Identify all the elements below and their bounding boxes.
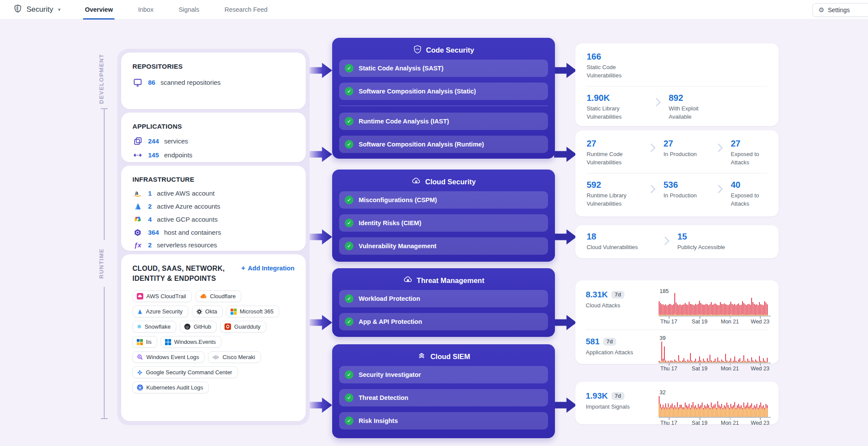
settings-button[interactable]: ⚙ Settings (812, 3, 868, 17)
inventory-panel: REPOSITORIES 86 scanned repositories APP… (117, 49, 310, 425)
stat-label: scanned repositories (161, 79, 221, 86)
capability-row[interactable]: ✓ Software Composition Analysis (Runtime… (339, 136, 548, 153)
flow-arrow-icon (554, 146, 577, 163)
capability-row[interactable]: ✓ Vulnerability Management (339, 237, 548, 255)
stat-block[interactable]: 166 Static Code Vulnerabilities (587, 51, 767, 80)
stat-block[interactable]: 1.90K Static Library Vulnerabilities (587, 93, 647, 121)
cloud-security-card: Cloud Security ✓ Misconfigurations (CSPM… (332, 170, 555, 262)
github-icon (184, 323, 191, 330)
capability-row[interactable]: ✓ Workload Protection (339, 290, 548, 307)
capability-row[interactable]: ✓ Static Code Analysis (SAST) (339, 60, 548, 77)
important-signals-card: 1.93K7d Important Signals 32 Thu 17Sat 1… (575, 382, 779, 424)
security-app-switcher[interactable]: Security ▾ (13, 4, 60, 15)
gcp-row[interactable]: 4 active GCP accounts (132, 215, 294, 224)
stat-block[interactable]: 8.31K7d Cloud Attacks (586, 287, 659, 310)
runtime-rail-label: RUNTIME (98, 242, 105, 285)
x-axis-label: Thu 17 (660, 420, 677, 426)
google-scc-icon (137, 369, 143, 376)
stat-block[interactable]: 27 Exposed to Attacks (731, 138, 766, 167)
capability-row[interactable]: ✓ Security Investigator (339, 366, 548, 383)
stat-value[interactable]: 244 (148, 137, 159, 145)
sparkline-bars (659, 342, 771, 363)
chip-github[interactable]: GitHub (180, 321, 217, 333)
check-circle-icon: ✓ (345, 196, 353, 204)
capability-row[interactable]: ✓ Runtime Code Analysis (IAST) (339, 113, 548, 130)
x-axis-label: Sat 19 (692, 420, 707, 426)
chip-windows-event-logs[interactable]: Windows Event Logs (132, 351, 205, 363)
stat-block[interactable]: 18 Cloud Vulnerabilities (587, 231, 656, 252)
stat-value[interactable]: 2 (148, 203, 152, 210)
stat-value[interactable]: 86 (148, 79, 155, 86)
azure-row[interactable]: 2 active Azure accounts (132, 202, 294, 210)
tab-research-feed[interactable]: Research Feed (224, 0, 267, 20)
chip-aws-cloudtrail[interactable]: AWS CloudTrail (132, 290, 192, 302)
stat-block[interactable]: 27 In Production (663, 138, 710, 159)
stat-block[interactable]: 15 Publicly Accessible (677, 231, 725, 252)
aws-cloudtrail-icon (137, 293, 143, 300)
flow-arrow-icon (310, 314, 332, 331)
card-title: REPOSITORIES (132, 62, 294, 71)
integrations-card: CLOUD, SAAS, NETWORK, IDENTITY & ENDPOIN… (121, 254, 306, 421)
stat-value[interactable]: 145 (148, 151, 159, 159)
stat-block[interactable]: 5817d Application Attacks (586, 334, 659, 357)
chip-cloudflare[interactable]: Cloudflare (195, 290, 241, 302)
tab-signals[interactable]: Signals (178, 0, 199, 20)
chip-cisco-meraki[interactable]: Cisco Meraki (208, 351, 261, 363)
timeframe-badge: 7d (611, 291, 625, 299)
stat-value[interactable]: 364 (148, 229, 159, 236)
stat-value[interactable]: 1 (148, 190, 152, 197)
chip-windows-events[interactable]: Windows.Events (161, 336, 221, 348)
chip-azure-security[interactable]: Azure Security (132, 306, 188, 317)
chip-iis[interactable]: Iis (132, 336, 157, 348)
chip-microsoft-365[interactable]: Microsoft 365 (226, 306, 279, 317)
stat-block[interactable]: 592 Runtime Library Vulnerabilities (587, 180, 642, 208)
snowflake-icon: ❄ (137, 324, 142, 330)
capability-row[interactable]: ✓ App & API Protection (339, 313, 548, 330)
x-axis-label: Mon 21 (721, 420, 739, 426)
pillar-title: Code Security (426, 46, 474, 54)
flow-arrow-icon (310, 62, 332, 79)
chip-kubernetes-audit-logs[interactable]: Kubernetes Audit Logs (132, 382, 209, 393)
check-circle-icon: ✓ (345, 117, 353, 126)
divider (587, 173, 767, 173)
capability-row[interactable]: ✓ Software Composition Analysis (Static) (339, 83, 548, 100)
windows-events-icon (165, 339, 171, 345)
hosts-row[interactable]: 364 host and containers (132, 228, 294, 237)
stat-block[interactable]: 1.93K7d Important Signals (586, 389, 659, 411)
repositories-row[interactable]: 86 scanned repositories (132, 78, 294, 87)
aws-row[interactable]: a 1 active AWS account (132, 189, 294, 198)
check-circle-icon: ✓ (345, 393, 353, 402)
stat-block[interactable]: 40 Exposed to Attacks (731, 180, 766, 208)
stat-value[interactable]: 4 (148, 216, 152, 223)
x-axis-label: Sat 19 (692, 319, 707, 325)
stat-block[interactable]: 536 In Production (663, 180, 710, 200)
application-attacks-sparkline[interactable]: 39 Thu 17Sat 19Mon 21Wed 23 (659, 334, 771, 372)
chip-okta[interactable]: Okta (192, 306, 223, 317)
cloud-attacks-sparkline[interactable]: 185 Thu 17Sat 19Mon 21Wed 23 (659, 287, 771, 325)
flow-arrow-icon (310, 396, 332, 414)
serverless-fx-icon: ƒx (132, 241, 143, 249)
tab-inbox[interactable]: Inbox (138, 0, 153, 20)
add-integration-button[interactable]: + Add Integration (241, 264, 294, 272)
tab-overview[interactable]: Overview (85, 0, 113, 20)
stat-block[interactable]: 27 Runtime Code Vulnerabilities (587, 138, 642, 167)
divider (586, 330, 768, 330)
capability-row[interactable]: ✓ Risk Insights (339, 412, 548, 429)
important-signals-sparkline[interactable]: 32 Thu 17Sat 19Mon 21Wed 23 (659, 389, 771, 426)
chip-google-scc[interactable]: Google Security Command Center (132, 366, 238, 378)
capability-row[interactable]: ✓ Threat Detection (339, 389, 548, 406)
rail-line (104, 109, 105, 240)
x-axis-label: Mon 21 (721, 319, 739, 325)
serverless-row[interactable]: ƒx 2 serverless resources (132, 241, 294, 249)
stat-value[interactable]: 2 (148, 241, 152, 249)
integration-chips: AWS CloudTrail Cloudflare Azure Security… (132, 290, 294, 393)
chip-guardduty[interactable]: Guardduty (220, 321, 266, 333)
infrastructure-card: INFRASTRUCTURE a 1 active AWS account 2 … (121, 166, 306, 251)
capability-row[interactable]: ✓ Misconfigurations (CSPM) (339, 191, 548, 209)
capability-row[interactable]: ✓ Identity Risks (CIEM) (339, 214, 548, 232)
chip-snowflake[interactable]: ❄ Snowflake (132, 321, 176, 333)
stat-block[interactable]: 892 With Exploit Available (669, 93, 708, 121)
stat-label: endpoints (164, 151, 192, 159)
services-row[interactable]: 244 services (132, 136, 294, 146)
endpoints-row[interactable]: 145 endpoints (132, 150, 294, 160)
